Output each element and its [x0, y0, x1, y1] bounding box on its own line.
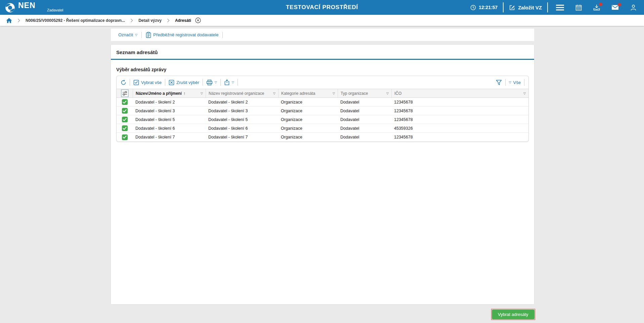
row-checkbox-checked[interactable]	[122, 99, 128, 105]
table-row[interactable]: Dodavatel - školení 3 Dodavatel - školen…	[117, 107, 528, 115]
check-icon	[123, 127, 127, 130]
user-profile-button[interactable]	[630, 4, 637, 11]
cell-category: Organizace	[278, 109, 338, 113]
cell-ico: 12345678	[391, 135, 528, 139]
column-header-org[interactable]: Název registrované organizace ▽	[206, 89, 278, 97]
logo-text: NEN	[18, 2, 36, 9]
downloads-badge	[599, 3, 602, 6]
column-filter-icon[interactable]: ▽	[523, 92, 526, 95]
check-icon	[123, 109, 127, 113]
row-checkbox-cell	[117, 134, 133, 140]
row-checkbox-cell	[117, 125, 133, 131]
column-settings-icon	[121, 89, 129, 97]
cell-ico: 12345678	[391, 109, 528, 113]
scope-all-dropdown[interactable]: ▽ Vše	[509, 80, 521, 85]
toolbar-divider	[130, 79, 130, 86]
calendar-button[interactable]	[575, 4, 582, 11]
cell-ico: 12345678	[391, 100, 528, 105]
row-checkbox-checked[interactable]	[122, 125, 128, 131]
column-header-name[interactable]: Název/Jméno a příjmení ↑ ▽	[133, 89, 206, 97]
column-filter-icon[interactable]: ▽	[273, 92, 275, 95]
home-icon	[6, 18, 12, 23]
preregister-supplier-button[interactable]: Předběžně registrovat dodavatele	[146, 32, 218, 38]
cell-category: Organizace	[278, 126, 338, 131]
breadcrumb-item-contract[interactable]: N006/25/V00005292 - Řešení optimalizace …	[26, 18, 125, 23]
main-panel: Seznam adresátů Výběr adresátů zprávy	[111, 45, 534, 304]
export-dropdown-button[interactable]: ▽	[224, 79, 234, 85]
cell-type: Dodavatel	[338, 117, 391, 122]
cell-ico: 12345678	[391, 117, 528, 122]
toolbar-divider	[165, 79, 165, 86]
clear-selection-label: Zrušit výběr	[176, 80, 199, 85]
toolbar-divider	[222, 32, 223, 38]
home-button[interactable]	[6, 18, 12, 23]
cell-name: Dodavatel - školení 5	[133, 117, 206, 122]
cell-type: Dodavatel	[338, 100, 391, 105]
mark-dropdown-button[interactable]: Označit ▽	[118, 32, 137, 37]
column-header-ico[interactable]: IČO ▽	[391, 89, 528, 97]
actions-toolbar: Označit ▽ Předběžně registrovat dodavate…	[111, 29, 534, 41]
app-header: NEN Zadavatel TESTOVACÍ PROSTŘEDÍ 12:21:…	[0, 0, 644, 15]
dropdown-icon: ▽	[232, 81, 234, 84]
column-filter-icon[interactable]: ▽	[333, 92, 335, 95]
column-header-type[interactable]: Typ organizace ▽	[338, 89, 391, 97]
select-addressees-button[interactable]: Vybrat adresáty	[492, 310, 534, 319]
cell-name: Dodavatel - školení 7	[133, 135, 206, 139]
sort-asc-icon: ↑	[183, 91, 186, 96]
addressee-table-body: Dodavatel - školení 2 Dodavatel - školen…	[117, 98, 528, 142]
create-vz-button[interactable]: Založit VZ	[509, 4, 542, 11]
filter-button[interactable]	[496, 80, 502, 85]
chevron-right-icon	[130, 18, 133, 23]
funnel-icon	[496, 80, 502, 85]
downloads-button[interactable]	[593, 4, 600, 11]
check-icon	[123, 118, 127, 121]
dropdown-icon: ▽	[135, 33, 137, 37]
table-row[interactable]: Dodavatel - školení 5 Dodavatel - školen…	[117, 115, 528, 124]
messages-button[interactable]	[611, 5, 619, 10]
table-row[interactable]: Dodavatel - školení 6 Dodavatel - školen…	[117, 124, 528, 133]
close-icon	[195, 17, 201, 23]
toolbar-divider	[505, 79, 506, 86]
section-title: Seznam adresátů	[111, 45, 534, 59]
refresh-button[interactable]	[121, 80, 126, 85]
column-filter-icon[interactable]: ▽	[386, 92, 389, 95]
print-dropdown-button[interactable]: ▽	[206, 80, 217, 85]
table-header-row: Název/Jméno a příjmení ↑ ▽ Název registr…	[117, 89, 528, 98]
calendar-icon	[575, 4, 582, 11]
time-text: 12:21:57	[479, 5, 498, 10]
column-settings-header[interactable]	[117, 89, 133, 97]
addressee-table: Vybrat vše Zrušit výběr	[116, 76, 529, 142]
breadcrumb-item-detail[interactable]: Detail výzvy	[138, 18, 162, 23]
table-toolbar: Vybrat vše Zrušit výběr	[117, 76, 528, 89]
create-vz-label: Založit VZ	[518, 5, 542, 10]
nen-logo-icon	[5, 2, 15, 13]
check-icon	[123, 100, 127, 104]
table-row[interactable]: Dodavatel - školení 7 Dodavatel - školen…	[117, 133, 528, 142]
refresh-icon	[121, 80, 126, 85]
column-filter-icon[interactable]: ▽	[201, 92, 203, 95]
clear-selection-button[interactable]: Zrušit výběr	[169, 80, 199, 85]
hamburger-icon	[556, 5, 564, 10]
row-checkbox-checked[interactable]	[122, 108, 128, 114]
dropdown-icon: ▽	[509, 81, 511, 84]
chevron-right-icon	[17, 18, 20, 23]
header-divider	[503, 2, 504, 12]
cell-name: Dodavatel - školení 3	[133, 109, 206, 113]
chevron-right-icon	[167, 18, 170, 23]
clipboard-icon	[146, 32, 151, 38]
close-tab-button[interactable]	[195, 17, 201, 23]
table-row[interactable]: Dodavatel - školení 2 Dodavatel - školen…	[117, 98, 528, 107]
column-header-category[interactable]: Kategorie adresáta ▽	[278, 89, 338, 97]
row-checkbox-checked[interactable]	[122, 134, 128, 140]
select-all-button[interactable]: Vybrat vše	[133, 80, 162, 85]
row-checkbox-checked[interactable]	[122, 117, 128, 122]
cell-org: Dodavatel - školení 6	[206, 126, 278, 131]
edit-icon	[509, 4, 515, 11]
toolbar-divider	[524, 79, 524, 86]
messages-badge	[618, 3, 621, 6]
cell-org: Dodavatel - školení 2	[206, 100, 278, 105]
menu-button[interactable]	[556, 5, 564, 10]
logo-subtitle: Zadavatel	[47, 8, 63, 12]
nen-logo[interactable]: NEN	[5, 2, 36, 13]
cell-type: Dodavatel	[338, 135, 391, 139]
